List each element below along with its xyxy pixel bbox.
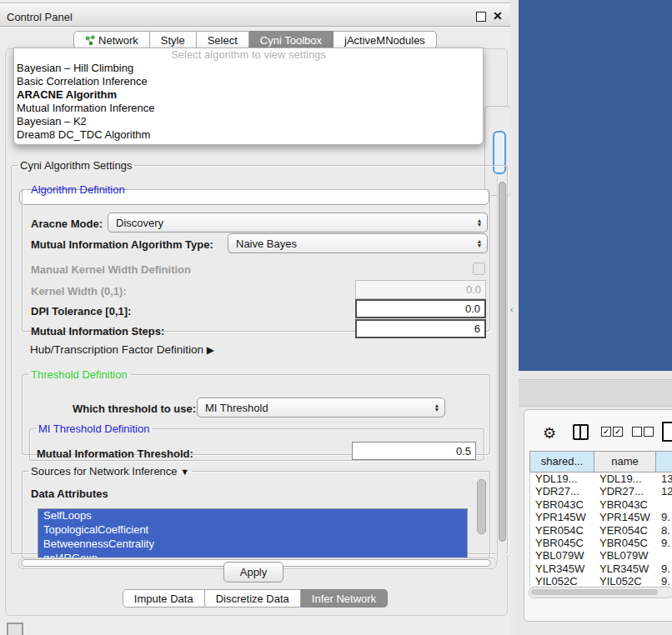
dropdown-item[interactable]: Bayesian – K2: [14, 115, 483, 128]
attribute-item-selected[interactable]: BetweennessCentrality: [38, 538, 467, 552]
close-icon[interactable]: ✕: [493, 9, 503, 22]
float-window-icon[interactable]: [476, 12, 486, 22]
table-cell: 13: [656, 472, 672, 485]
attribute-item-selected[interactable]: TopologicalCoefficient: [38, 523, 467, 538]
aracne-mode-select[interactable]: Discovery ▲▼: [108, 212, 488, 232]
tab-label: Impute Data: [134, 592, 193, 605]
tab-infer-network[interactable]: Infer Network: [301, 589, 388, 608]
node-table: shared...name YDL19...YDL19...13YDR27...…: [529, 451, 672, 586]
table-cell: YBR043C: [594, 498, 656, 511]
tab-label: Discretize Data: [216, 592, 289, 605]
mi-type-label: Mutual Information Algorithm Type:: [31, 238, 213, 251]
apply-button[interactable]: Apply: [223, 562, 283, 582]
table-row[interactable]: YBR043CYBR043C: [530, 498, 672, 511]
tab-network[interactable]: Network: [73, 31, 150, 49]
stepper-arrows-icon: ▲▼: [429, 403, 444, 412]
which-threshold-value: MI Threshold: [198, 402, 429, 414]
table-row[interactable]: YER054CYER054C8.: [530, 524, 672, 537]
table-body: YDL19...YDL19...13YDR27...YDR27...12YBR0…: [529, 472, 672, 586]
mi-steps-field[interactable]: 6: [355, 319, 486, 338]
unchecked-checkbox-icon[interactable]: [644, 427, 654, 437]
table-cell: YLR345W: [530, 562, 594, 575]
stepper-arrows-icon: ▲▼: [472, 218, 487, 227]
threshold-definition-group: Threshold Definition Which threshold to …: [22, 368, 490, 455]
algorithm-dropdown-popup: Select algorithm to view settings Bayesi…: [13, 48, 484, 145]
hub-definition-toggle[interactable]: Hub/Transcription Factor Definition ▶: [30, 343, 214, 356]
table-hscrollbar[interactable]: [529, 587, 672, 598]
column-header[interactable]: [655, 451, 672, 472]
dropdown-item-list: Bayesian – Hill ClimbingBasic Correlatio…: [14, 62, 483, 142]
dropdown-item[interactable]: ARACNE Algorithm: [14, 88, 483, 102]
table-row[interactable]: YLR345WYLR345W9.: [530, 562, 672, 575]
tab-jactivemnodules[interactable]: jActiveMNodules: [333, 31, 437, 49]
checked-checkbox-icon[interactable]: ✓: [601, 427, 611, 437]
table-cell: 12: [656, 485, 672, 498]
table-cell: YIL052C: [594, 575, 656, 586]
attributes-scrollbar[interactable]: [477, 479, 486, 534]
table-cell: YER054C: [530, 524, 594, 537]
table-row[interactable]: YIL052CYIL052C9.: [530, 575, 672, 586]
table-hscroll-thumb[interactable]: [531, 589, 658, 595]
table-row[interactable]: YPR145WYPR145W9.: [530, 511, 672, 523]
settings-vscroll-thumb[interactable]: [499, 182, 506, 542]
algorithm-definition-group: Algorithm Definition Aracne Mode: Discov…: [22, 183, 490, 332]
table-cell: YDL19...: [594, 472, 656, 485]
which-threshold-select[interactable]: MI Threshold ▲▼: [197, 398, 445, 418]
network-view-frame: GAL7GAL80GAL10GAL1GAL11SWI4GAL4GCY1HAP4Y…: [519, 0, 672, 371]
unchecked-checkbox-icon[interactable]: [632, 427, 642, 437]
tab-label: Select: [208, 34, 238, 47]
attribute-item-selected[interactable]: SelfLoops: [38, 509, 467, 523]
table-panel-card: ⚙ ✓ ✓ shared...name YDL19...YDL19...13YD…: [524, 409, 672, 622]
cyni-algorithm-settings-group: Cyni Algorithm Settings Algorithm Defini…: [11, 159, 508, 554]
column-header[interactable]: name: [594, 451, 655, 472]
mi-algorithm-type-select[interactable]: Naive Bayes ▲▼: [228, 233, 488, 253]
columns-icon[interactable]: [573, 424, 589, 440]
table-row[interactable]: YBR045CYBR045C9.: [530, 537, 672, 549]
mi-threshold-field[interactable]: 0.5: [352, 442, 476, 460]
docked-window-icon[interactable]: [7, 622, 23, 635]
checked-checkbox-icon[interactable]: ✓: [613, 427, 623, 437]
tab-label: Cyni Toolbox: [260, 34, 322, 47]
table-cell: 9.: [656, 575, 672, 586]
manual-kernel-checkbox[interactable]: [473, 262, 485, 275]
table-cell: YDR27...: [530, 485, 594, 498]
sources-title[interactable]: Sources for Network Inference ▼: [28, 465, 192, 478]
table-cell: YER054C: [594, 524, 656, 537]
mi-threshold-group: MI Threshold Definition Mutual Informati…: [29, 422, 484, 461]
cyni-algorithm-settings-title: Cyni Algorithm Settings: [18, 159, 134, 172]
cyni-mode-tab-bar: Impute DataDiscretize DataInfer Network: [0, 589, 510, 608]
tab-style[interactable]: Style: [150, 31, 197, 49]
table-cell: YBR043C: [530, 498, 594, 511]
tab-discretize-data[interactable]: Discretize Data: [205, 589, 301, 608]
tab-select[interactable]: Select: [197, 31, 249, 49]
splitter-collapse-icon[interactable]: ‹: [510, 304, 514, 314]
kernel-width-field[interactable]: 0.0: [355, 280, 486, 299]
table-cell: YLR345W: [594, 562, 656, 575]
dropdown-item[interactable]: Basic Correlation Inference: [14, 75, 483, 88]
network-icon: [85, 35, 95, 45]
data-attributes-label: Data Attributes: [31, 488, 108, 500]
table-row[interactable]: YDR27...YDR27...12: [530, 485, 672, 498]
algorithm-definition-title: Algorithm Definition: [28, 183, 128, 196]
gear-icon[interactable]: ⚙: [543, 424, 556, 442]
table-row[interactable]: YBL079WYBL079W: [530, 549, 672, 562]
table-cell: 8.: [656, 524, 672, 537]
document-icon[interactable]: [662, 422, 672, 442]
dpi-tolerance-field[interactable]: 0.0: [355, 299, 486, 318]
dropdown-item[interactable]: Dream8 DC_TDC Algorithm: [14, 128, 483, 142]
dropdown-item[interactable]: Mutual Information Inference: [14, 102, 483, 115]
table-row[interactable]: YDL19...YDL19...13: [530, 472, 672, 485]
sources-group: Sources for Network Inference ▼ Data Att…: [22, 465, 490, 558]
settings-vscrollbar[interactable]: [497, 175, 506, 562]
hub-definition-label: Hub/Transcription Factor Definition: [30, 343, 203, 356]
tab-impute-data[interactable]: Impute Data: [123, 589, 205, 608]
tab-cyni-toolbox[interactable]: Cyni Toolbox: [249, 31, 333, 49]
tab-label: Style: [161, 34, 185, 47]
table-header-row: shared...name: [529, 451, 672, 472]
threshold-definition-title: Threshold Definition: [28, 368, 130, 381]
column-header[interactable]: shared...: [529, 451, 594, 472]
panel-splitter[interactable]: [510, 0, 519, 635]
control-panel-tab-bar: NetworkStyleSelectCyni ToolboxjActiveMNo…: [0, 31, 510, 49]
which-threshold-label: Which threshold to use:: [73, 402, 196, 415]
dropdown-item[interactable]: Bayesian – Hill Climbing: [14, 62, 483, 75]
